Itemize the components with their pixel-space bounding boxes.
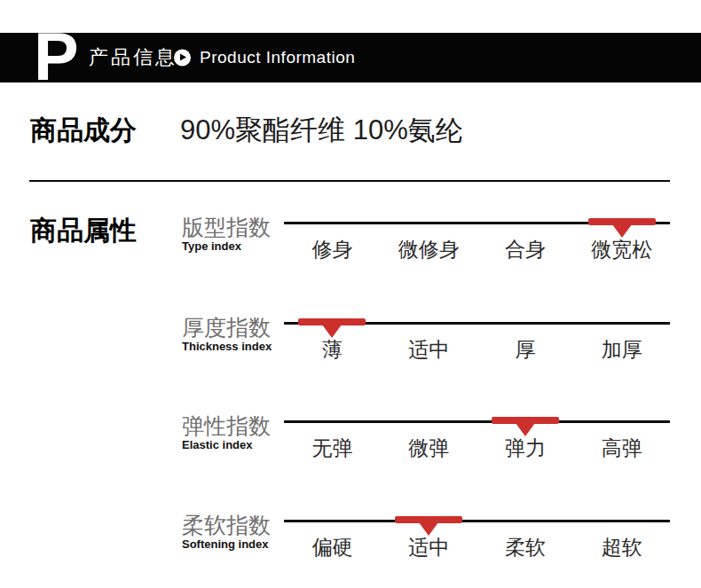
attribute-row: 柔软指数 Softening index 偏硬适中柔软超软 [0, 514, 701, 576]
scale-option: 高弹 [573, 435, 670, 461]
attribute-row: 弹性指数 Elastic index 无弹微弹弹力高弹 [0, 415, 701, 477]
attribute-scale: 无弹微弹弹力高弹 [284, 415, 670, 477]
scale-option: 合身 [477, 236, 574, 263]
composition-value: 90%聚酯纤维 10%氨纶 [180, 112, 463, 149]
attribute-label-cn: 柔软指数 [182, 511, 271, 540]
scale-option: 薄 [284, 336, 381, 363]
scale-options: 偏硬适中柔软超软 [284, 534, 670, 561]
scale-line [284, 420, 670, 423]
brand-letter: P [34, 33, 79, 82]
scale-option: 厚 [477, 336, 574, 363]
attribute-scale: 薄适中厚加厚 [284, 317, 670, 379]
section-divider [29, 180, 670, 182]
header-bar: P 产品信息 Product Information [0, 33, 701, 82]
attribute-row: 版型指数 Type index 修身微修身合身微宽松 [0, 216, 701, 278]
attribute-label-en: Elastic index [182, 438, 252, 451]
attribute-label-en: Type index [182, 239, 241, 253]
scale-option: 柔软 [477, 534, 574, 561]
attribute-label-cn: 弹性指数 [182, 412, 271, 441]
scale-option: 超软 [573, 534, 670, 561]
attribute-scale: 偏硬适中柔软超软 [284, 514, 670, 576]
scale-option: 微弹 [381, 435, 477, 461]
attribute-label-cn: 厚度指数 [182, 313, 271, 342]
scale-option: 偏硬 [284, 534, 381, 561]
scale-option: 加厚 [573, 336, 670, 363]
scale-options: 薄适中厚加厚 [284, 336, 670, 363]
header-title-cn: 产品信息 [89, 44, 177, 71]
scale-option: 修身 [284, 236, 381, 263]
scale-options: 无弹微弹弹力高弹 [284, 435, 670, 461]
attribute-scale: 修身微修身合身微宽松 [284, 216, 670, 278]
play-icon [174, 50, 191, 67]
scale-option: 微修身 [381, 236, 477, 263]
attribute-row: 厚度指数 Thickness index 薄适中厚加厚 [0, 317, 701, 379]
composition-label: 商品成分 [30, 113, 137, 149]
product-information-page: P 产品信息 Product Information 商品成分 90%聚酯纤维 … [0, 0, 701, 588]
scale-options: 修身微修身合身微宽松 [284, 236, 670, 263]
attribute-label-en: Softening index [182, 537, 269, 551]
scale-option: 无弹 [284, 435, 381, 461]
attribute-label-cn: 版型指数 [182, 213, 271, 242]
scale-option: 微宽松 [573, 236, 670, 263]
scale-option: 适中 [381, 336, 477, 363]
scale-option: 适中 [381, 534, 477, 561]
scale-line [284, 520, 670, 522]
attribute-label-en: Thickness index [182, 340, 272, 353]
scale-option: 弹力 [477, 435, 574, 461]
header-title-en: Product Information [200, 48, 355, 67]
